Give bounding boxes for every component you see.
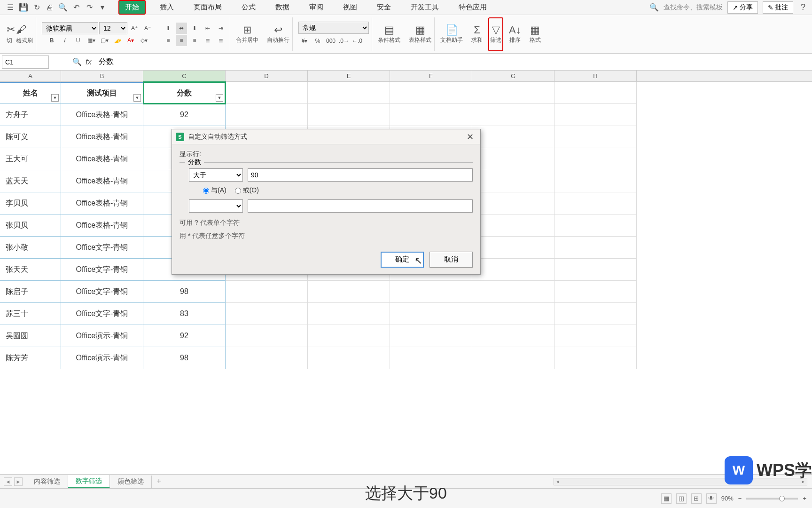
- cell-name[interactable]: 苏三十: [0, 303, 61, 325]
- filter-arrow-icon[interactable]: ▼: [216, 94, 223, 102]
- add-sheet-button[interactable]: +: [152, 476, 166, 486]
- filter-group[interactable]: ▽筛选: [488, 17, 503, 51]
- tab-formula[interactable]: 公式: [236, 1, 261, 14]
- font-color-icon[interactable]: A▾: [125, 35, 136, 46]
- col-head-a[interactable]: A: [0, 71, 61, 81]
- ok-button[interactable]: 确定: [381, 252, 424, 268]
- tab-layout[interactable]: 页面布局: [188, 1, 227, 14]
- font-shrink-icon[interactable]: A⁻: [142, 23, 153, 34]
- cell-project[interactable]: Office文字-青铜: [61, 259, 143, 281]
- align-right-icon[interactable]: ≡: [189, 35, 200, 46]
- paint-icon[interactable]: 🖌: [16, 24, 33, 36]
- cell-project[interactable]: Office表格-青铜: [61, 214, 143, 237]
- cell-name[interactable]: 李贝贝: [0, 192, 61, 214]
- table-style-group[interactable]: ▦表格样式: [406, 17, 435, 51]
- comma-icon[interactable]: 000: [325, 35, 336, 47]
- cell-score[interactable]: 83: [143, 303, 226, 325]
- zoom-slider[interactable]: [746, 498, 798, 500]
- highlight-icon[interactable]: ◢▾: [112, 35, 123, 46]
- align-center-icon[interactable]: ≡: [176, 35, 187, 46]
- header-project[interactable]: 测试项目▼: [61, 82, 143, 104]
- tab-view[interactable]: 视图: [337, 1, 363, 14]
- preview-icon[interactable]: 🔍: [57, 2, 69, 13]
- undo-icon[interactable]: ↶: [70, 2, 82, 13]
- bold-icon[interactable]: B: [46, 35, 57, 46]
- sheet-tab-1[interactable]: 内容筛选: [26, 476, 68, 488]
- share-button[interactable]: ↗ 分享: [727, 1, 758, 14]
- cell-score[interactable]: 98: [143, 281, 226, 303]
- sync-icon[interactable]: ↻: [31, 2, 42, 13]
- cell-project[interactable]: Office演示-青铜: [61, 325, 143, 347]
- cell-score[interactable]: 98: [143, 347, 226, 369]
- col-head-b[interactable]: B: [61, 71, 143, 81]
- zoom-out-icon[interactable]: −: [738, 495, 742, 502]
- comment-button[interactable]: ✎ 批注: [763, 1, 793, 14]
- number-format-select[interactable]: 常规: [298, 22, 369, 34]
- cell-score[interactable]: 92: [143, 325, 226, 347]
- zoom-in-icon[interactable]: +: [803, 495, 806, 502]
- cell-fill-icon[interactable]: ▢▾: [99, 35, 110, 46]
- fx-icon[interactable]: fx: [86, 58, 91, 66]
- cell-project[interactable]: Office表格-青铜: [61, 192, 143, 214]
- name-box[interactable]: [2, 56, 49, 69]
- format-group[interactable]: ▦格式: [527, 17, 544, 51]
- col-head-d[interactable]: D: [226, 71, 308, 81]
- tab-review[interactable]: 审阅: [304, 1, 329, 14]
- align-bottom-icon[interactable]: ⬇: [189, 23, 200, 34]
- print-icon[interactable]: 🖨: [44, 2, 55, 13]
- clear-format-icon[interactable]: ◇▾: [138, 35, 149, 46]
- help-icon[interactable]: ?: [798, 2, 808, 12]
- cell-project[interactable]: Office文字-青铜: [61, 303, 143, 325]
- tab-data[interactable]: 数据: [270, 1, 295, 14]
- col-head-f[interactable]: F: [390, 71, 472, 81]
- cell-name[interactable]: 张小敬: [0, 237, 61, 259]
- dec-inc-icon[interactable]: .0→: [338, 35, 350, 47]
- cell-name[interactable]: 蓝天天: [0, 170, 61, 192]
- align-middle-icon[interactable]: ⬌: [176, 23, 187, 34]
- view-normal-icon[interactable]: ▦: [661, 493, 671, 504]
- italic-icon[interactable]: I: [59, 35, 70, 46]
- wrap-group[interactable]: ↩自动换行: [264, 17, 293, 51]
- sheet-tab-2[interactable]: 数字筛选: [68, 475, 110, 488]
- or-radio[interactable]: 或(O): [235, 186, 259, 195]
- cell-project[interactable]: Office表格-青铜: [61, 126, 143, 148]
- view-break-icon[interactable]: ⊞: [691, 493, 702, 504]
- align-left-icon[interactable]: ≡: [163, 35, 174, 46]
- font-select[interactable]: 微软雅黑: [42, 22, 98, 34]
- tab-insert[interactable]: 插入: [154, 1, 180, 14]
- cell-name[interactable]: 吴圆圆: [0, 325, 61, 347]
- operator-2-select[interactable]: [189, 199, 243, 213]
- cell-project[interactable]: Office演示-青铜: [61, 347, 143, 369]
- sheet-tab-3[interactable]: 颜色筛选: [110, 476, 152, 488]
- zoom-icon[interactable]: 🔍: [72, 57, 82, 66]
- indent-inc-icon[interactable]: ⇥: [215, 23, 226, 34]
- cell-name[interactable]: 陈可义: [0, 126, 61, 148]
- redo-icon[interactable]: ↷: [84, 2, 95, 13]
- header-score[interactable]: 分数▼: [143, 82, 226, 104]
- cell-name[interactable]: 张贝贝: [0, 214, 61, 237]
- filter-arrow-icon[interactable]: ▼: [133, 94, 141, 102]
- sheet-first-icon[interactable]: ◄: [4, 477, 12, 486]
- value-2-input[interactable]: [248, 199, 473, 213]
- cut-icon[interactable]: ✂: [7, 24, 15, 36]
- sum-group[interactable]: Σ求和: [468, 17, 485, 51]
- font-grow-icon[interactable]: A⁺: [129, 23, 140, 34]
- tab-start[interactable]: 开始: [118, 0, 146, 15]
- sheet-last-icon[interactable]: ►: [14, 477, 23, 486]
- tab-dev[interactable]: 开发工具: [405, 1, 445, 14]
- justify-icon[interactable]: ≣: [202, 35, 213, 46]
- search-hint[interactable]: 查找命令、搜索模板: [664, 3, 723, 12]
- cell-name[interactable]: 张天天: [0, 259, 61, 281]
- qat-more-icon[interactable]: ▾: [97, 2, 108, 13]
- value-1-input[interactable]: [248, 168, 473, 182]
- reading-icon[interactable]: 👁: [706, 493, 717, 504]
- indent-dec-icon[interactable]: ⇤: [202, 23, 213, 34]
- tab-special[interactable]: 特色应用: [453, 1, 492, 14]
- underline-icon[interactable]: U: [72, 35, 84, 46]
- cell-project[interactable]: Office表格-青铜: [61, 104, 143, 126]
- cond-format-group[interactable]: ▤条件格式: [375, 17, 403, 51]
- col-head-h[interactable]: H: [554, 71, 637, 81]
- doc-assist-group[interactable]: 📄文档助手: [437, 17, 466, 51]
- operator-1-select[interactable]: 大于: [189, 168, 243, 182]
- col-head-e[interactable]: E: [308, 71, 390, 81]
